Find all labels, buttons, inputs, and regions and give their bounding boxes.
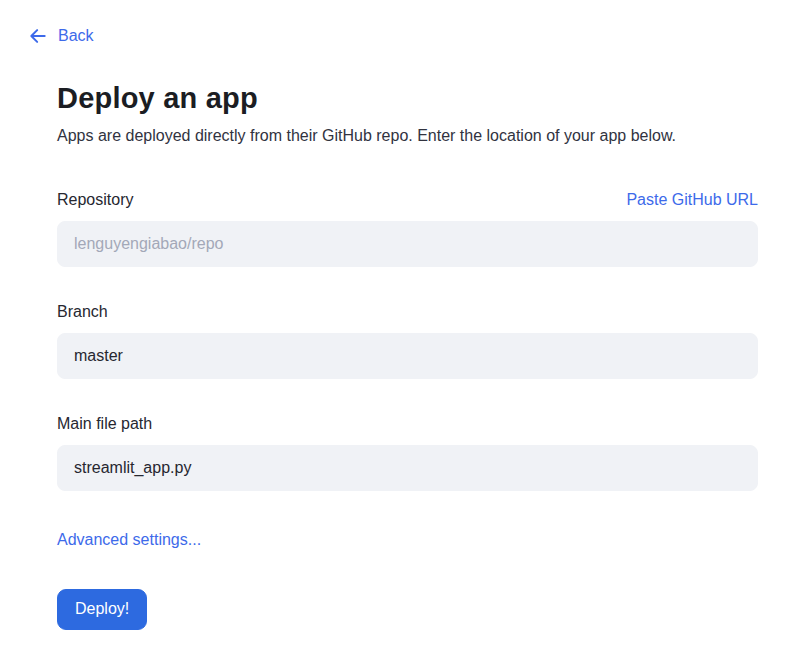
back-label: Back [58,27,94,45]
branch-label: Branch [57,303,108,321]
deploy-button[interactable]: Deploy! [57,589,147,630]
deploy-button-row: Deploy! [57,549,758,630]
repository-label: Repository [57,191,133,209]
repository-field-group: Repository Paste GitHub URL [57,191,758,267]
main-file-path-label: Main file path [57,415,152,433]
advanced-settings-link[interactable]: Advanced settings... [57,531,201,549]
back-button[interactable]: Back [28,26,94,46]
deploy-form: Repository Paste GitHub URL Branch Main … [57,191,758,630]
topbar: Back [0,0,796,50]
branch-field-group: Branch [57,303,758,379]
main-file-path-input[interactable] [57,445,758,491]
paste-github-url-link[interactable]: Paste GitHub URL [626,191,758,209]
main-file-path-field-group: Main file path [57,415,758,491]
repository-input[interactable] [57,221,758,267]
page-title: Deploy an app [57,82,758,115]
branch-input[interactable] [57,333,758,379]
page-subtitle: Apps are deployed directly from their Gi… [57,125,758,147]
deploy-app-page: Deploy an app Apps are deployed directly… [0,82,796,630]
arrow-left-icon [28,26,48,46]
